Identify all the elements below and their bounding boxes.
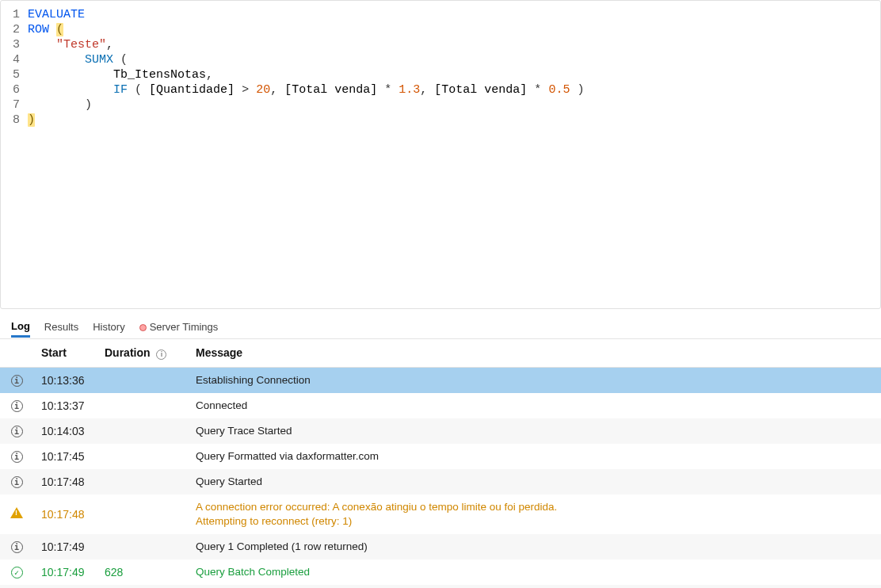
record-icon [139,324,147,331]
table-row[interactable]: 10:17:48A connection error occurred: A c… [0,494,881,534]
log-col-icon [0,339,33,367]
table-row[interactable]: i10:17:45Query Formatted via daxformatte… [0,444,881,469]
info-icon: i [11,451,23,463]
log-start: 10:14:03 [33,418,97,444]
editor-gutter: 12345678 [1,1,23,308]
log-duration: 628 [97,559,188,585]
info-icon: i [11,541,23,553]
log-table: Start Duration i Message i10:13:36Establ… [0,339,881,588]
log-col-message[interactable]: Message [188,339,881,367]
log-message: Query Trace Started [188,418,881,444]
log-start: 10:18:19 [33,585,97,589]
log-message: Connected [188,393,881,418]
table-row[interactable]: i10:14:03Query Trace Started [0,418,881,444]
log-duration [97,444,188,469]
table-row[interactable]: 10:17:49628Query Batch Completed [0,559,881,585]
log-col-duration[interactable]: Duration i [97,339,188,367]
log-duration [97,393,188,418]
info-icon: i [11,400,23,412]
success-icon [11,567,23,578]
tab-server-timings[interactable]: Server Timings [139,321,219,336]
output-tabs: Log Results History Server Timings [0,315,881,339]
info-icon: i [11,476,23,488]
table-row[interactable]: i10:17:48Query Started [0,469,881,494]
warning-icon [10,507,23,518]
log-duration [97,534,188,559]
tab-results[interactable]: Results [44,321,78,336]
log-start: 10:13:36 [33,367,97,393]
log-message: Query 1 Completed (1 row returned) [188,534,881,559]
tab-history[interactable]: History [93,321,124,336]
info-icon: i [11,375,23,387]
tab-log[interactable]: Log [11,320,30,338]
info-icon: i [156,349,166,360]
table-row[interactable]: i10:17:49Query 1 Completed (1 row return… [0,534,881,559]
log-duration [97,418,188,444]
log-message: A connection error occurred: A conexão a… [188,494,881,534]
tab-server-timings-label: Server Timings [150,321,219,333]
log-message: Query Batch Completed [188,559,881,585]
log-start: 10:17:49 [33,559,97,585]
table-row[interactable]: 10:18:19Trace Stopped: QueryEnd event no… [0,585,881,589]
log-start: 10:17:48 [33,494,97,534]
log-duration [97,494,188,534]
info-icon: i [11,426,23,437]
log-start: 10:17:45 [33,444,97,469]
log-start: 10:17:48 [33,469,97,494]
log-message: Trace Stopped: QueryEnd event not receiv… [188,585,881,589]
editor-code[interactable]: EVALUATEROW ( "Teste", SUMX ( Tb_ItensNo… [23,1,584,308]
log-start: 10:17:49 [33,534,97,559]
log-message: Establishing Connection [188,367,881,393]
log-duration [97,367,188,393]
log-message: Query Started [188,469,881,494]
log-col-start[interactable]: Start [33,339,97,367]
log-duration [97,585,188,589]
log-start: 10:13:37 [33,393,97,418]
log-message: Query Formatted via daxformatter.com [188,444,881,469]
table-row[interactable]: i10:13:37Connected [0,393,881,418]
log-duration [97,469,188,494]
table-row[interactable]: i10:13:36Establishing Connection [0,367,881,393]
code-editor[interactable]: 12345678 EVALUATEROW ( "Teste", SUMX ( T… [0,0,881,309]
